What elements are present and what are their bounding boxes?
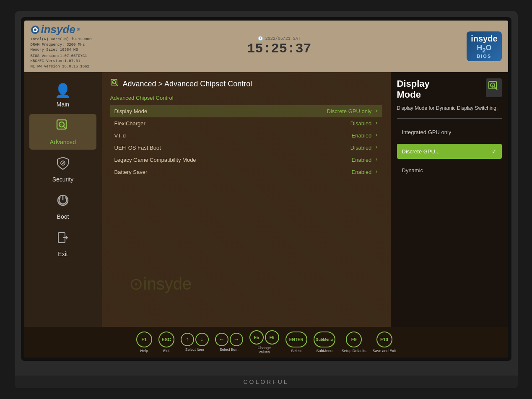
exit-door-icon [56,231,70,245]
advanced-icon: € [55,118,70,137]
panel-description: Display Mode for Dynamic Display Switchi… [397,104,502,112]
sidebar-item-advanced-label: Advanced [50,139,76,145]
center-content: € Advanced > Advanced Chipset Control Ad… [102,72,391,327]
f9-circle: F9 [346,332,362,347]
svg-text:€: € [60,123,62,127]
arrow-icon-display-mode: › [375,108,378,114]
bios-version: BIOS Version:1.07.05TOYC1 [31,54,92,59]
f5f6-pair: F5 F6 [249,330,279,345]
security-icon [56,156,70,174]
setting-row-uefi-fast-boot[interactable]: UEFI OS Fast Boot Disabled › [110,142,382,154]
option-integrated-gpu[interactable]: Integrated GPU only [397,125,502,140]
sidebar-item-exit[interactable]: Exit [29,226,96,262]
bios-screen: insyde ® Intel(R) Core(TM) i9-12900H DRA… [24,21,508,358]
f1-label: Help [140,349,148,353]
key-leftright[interactable]: ← → Select Item [215,333,243,352]
arrow-icon-legacy-game: › [375,157,378,163]
sidebar-item-main[interactable]: 👤 Main [29,78,96,112]
laptop-frame: insyde ® Intel(R) Core(TM) i9-12900H DRA… [15,11,518,376]
insyde-circle-icon [31,25,40,34]
svg-line-13 [115,83,118,86]
updown-label: Select Item [185,347,204,352]
sidebar-item-boot-label: Boot [57,213,69,220]
setting-row-vtd[interactable]: VT-d Enabled › [110,130,382,142]
option-dynamic[interactable]: Dynamic [397,163,502,178]
leftright-label: Select Item [220,347,239,352]
dram-info: DRAM Frequency: 3200 MHz [31,42,92,48]
kbc-version: KBC/EC Version:1.07.01 [31,59,92,64]
exit-icon [56,231,70,249]
submenu-label: SubMenu [316,349,332,353]
up-arrow: ↑ [181,333,194,346]
option-discrete-gpu[interactable]: Discrete GPU... [397,144,502,159]
setting-name-display-mode: Display Mode [114,108,148,114]
key-f5f6[interactable]: F5 F6 Change Values [249,330,279,354]
key-submenu[interactable]: SubMenu SubMenu [314,332,335,353]
left-arrow: ← [215,333,228,346]
panel-magnifier-icon: € [488,80,500,92]
f10-circle: F10 [376,332,392,347]
esc-label: Exit [163,349,169,353]
setting-name-vtd: VT-d [114,132,126,139]
sidebar-item-main-label: Main [57,101,69,108]
setting-value-battery-saver: Enabled › [352,169,378,175]
brand-label: COLORFUL [243,378,288,385]
header-bar: insyde ® Intel(R) Core(TM) i9-12900H DRA… [24,21,508,72]
insyde-logo: insyde ® [31,23,92,36]
svg-point-2 [34,28,36,31]
breadcrumb-icon: € [110,78,119,90]
setting-row-legacy-game[interactable]: Legacy Game Compatibility Mode Enabled › [110,154,382,166]
shield-icon [56,156,70,170]
screen-bezel: insyde ® Intel(R) Core(TM) i9-12900H DRA… [21,17,511,361]
key-updown[interactable]: ↑ ↓ Select Item [181,333,209,352]
setting-name-flexicharger: FlexiCharger [114,120,145,127]
setting-value-legacy-game: Enabled › [352,157,378,163]
header-left: insyde ® Intel(R) Core(TM) i9-12900H DRA… [31,23,92,70]
header-info: Intel(R) Core(TM) i9-12900H DRAM Frequen… [31,37,92,53]
arrow-icon-battery-saver: › [375,169,378,175]
enter-label: Select [291,349,301,353]
power-icon [56,193,70,212]
key-esc[interactable]: ESC Exit [158,332,174,353]
panel-search-icon: € [486,78,502,97]
f6-circle: F6 [265,330,279,345]
right-panel: DisplayMode € Display Mode for Dynamic D… [391,72,508,327]
key-f9[interactable]: F9 Setup Defaults [342,332,366,353]
breadcrumb-search-icon: € [110,78,119,88]
main-icon: 👤 [54,83,71,99]
key-enter[interactable]: ENTER Select [285,332,307,353]
f9-label: Setup Defaults [342,349,366,353]
header-right: insyde H2O BIOS [467,31,501,61]
setting-row-battery-saver[interactable]: Battery Saver Enabled › [110,166,382,178]
insyde-logo-r: ® [77,27,80,32]
sidebar-item-security[interactable]: Security [29,152,96,187]
f5-circle: F5 [249,330,264,345]
bios-versions: BIOS Version:1.07.05TOYC1 KBC/EC Version… [31,54,92,70]
boot-icon [56,193,70,207]
clock-icon: 🕐 [258,36,263,41]
key-f10[interactable]: F10 Save and Exit [373,332,396,353]
settings-table: Display Mode Discrete GPU only › FlexiCh… [110,105,382,178]
me-fw-version: ME FW Version:16.0.15.1662 [31,64,92,70]
panel-title: DisplayMode [397,78,430,101]
setting-row-flexicharger[interactable]: FlexiCharger Disabled › [110,117,382,130]
setting-value-display-mode: Discrete GPU only › [327,108,378,114]
sidebar: 👤 Main € Advanced [24,72,102,327]
sidebar-item-boot[interactable]: Boot [29,189,96,224]
esc-circle: ESC [158,332,174,347]
insyde-logo-text: insyde [41,23,75,36]
setting-row-display-mode[interactable]: Display Mode Discrete GPU only › [110,105,382,117]
setting-value-vtd: Enabled › [352,132,378,139]
main-content: 👤 Main € Advanced [24,72,508,327]
cpu-info: Intel(R) Core(TM) i9-12900H [31,37,92,42]
panel-divider [397,118,502,119]
sidebar-item-advanced[interactable]: € Advanced [29,114,96,150]
sidebar-item-security-label: Security [52,176,74,183]
enter-key: ENTER [285,332,307,347]
setting-name-battery-saver: Battery Saver [114,169,148,175]
key-f1[interactable]: F1 Help [136,332,152,353]
clock-date: 🕐 2022/05/21 SAT [247,36,311,41]
f5f6-label: Change Values [252,346,277,354]
f1-circle: F1 [136,332,152,347]
arrow-icon-uefi-fast-boot: › [375,145,378,150]
